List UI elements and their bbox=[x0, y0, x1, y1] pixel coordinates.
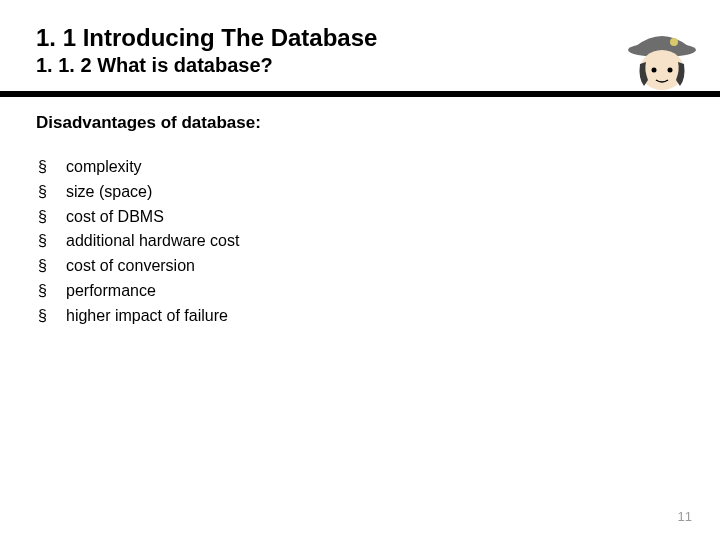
slide-title: 1. 1 Introducing The Database bbox=[36, 24, 720, 52]
list-item: cost of conversion bbox=[36, 254, 720, 279]
list-item: complexity bbox=[36, 155, 720, 180]
slide: 1. 1 Introducing The Database 1. 1. 2 Wh… bbox=[0, 0, 720, 540]
bullet-list: complexity size (space) cost of DBMS add… bbox=[36, 155, 720, 329]
title-block: 1. 1 Introducing The Database 1. 1. 2 Wh… bbox=[0, 0, 720, 77]
section-heading: Disadvantages of database: bbox=[36, 113, 720, 133]
content: Disadvantages of database: complexity si… bbox=[0, 97, 720, 329]
list-item: size (space) bbox=[36, 180, 720, 205]
svg-point-3 bbox=[668, 68, 673, 73]
svg-point-4 bbox=[670, 38, 678, 46]
slide-subtitle: 1. 1. 2 What is database? bbox=[36, 54, 720, 77]
svg-point-2 bbox=[652, 68, 657, 73]
svg-point-1 bbox=[640, 50, 684, 90]
list-item: additional hardware cost bbox=[36, 229, 720, 254]
list-item: performance bbox=[36, 279, 720, 304]
list-item: cost of DBMS bbox=[36, 205, 720, 230]
avatar bbox=[626, 20, 698, 92]
list-item: higher impact of failure bbox=[36, 304, 720, 329]
page-number: 11 bbox=[678, 509, 692, 524]
